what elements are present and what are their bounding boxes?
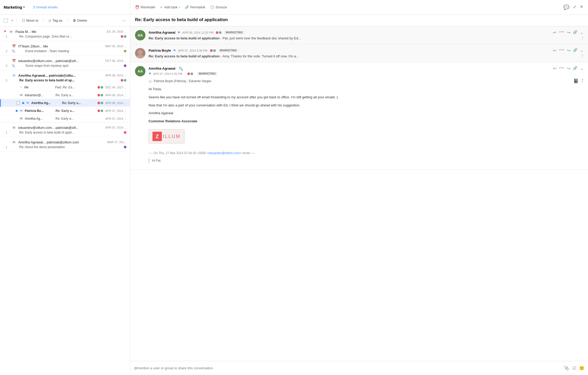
toolbar-separator [17,18,17,23]
reply-all-icon[interactable]: ↩↩ [559,48,564,53]
snooze-label: Snooze [216,5,227,9]
thread-count: 2 [4,50,9,53]
more-options-button[interactable]: ⋯ [122,18,126,23]
tag-dots [121,35,126,38]
more-icon[interactable]: ⌄ [580,30,583,35]
toolbar-separator-2 [43,18,44,23]
tag-dots [97,110,103,112]
subthread-item[interactable]: ✉ Amritha Ag... Re: Early a... APR 08, 2… [0,99,130,107]
tag-dots [124,146,126,148]
avatar-initials: AA [138,69,143,73]
share-icon[interactable]: ⤴ [581,54,583,58]
add-task-button[interactable]: ✓ Add task ▾ [160,5,180,9]
share-icon[interactable]: ⤴ [581,36,583,40]
calendar-icon: 📅 [11,58,16,63]
email-from: Patricia Boyle [149,49,171,52]
more-icon[interactable]: ⌄ [580,48,583,53]
reminder-button[interactable]: ⏰ Reminder [135,5,155,9]
expand-icon[interactable]: ⤢ [573,4,576,10]
permalink-button[interactable]: 🔗 Permalink [185,5,205,9]
sub-sender: Amritha Ag... [31,101,60,105]
book-icon[interactable]: 📓 [573,78,579,83]
link-icon[interactable]: 🔗 [573,30,577,35]
checklist-icon[interactable]: ☑ [572,366,576,371]
thread-item[interactable]: 📅 eduardov@zillum.com... patriciab@zill.… [0,56,130,70]
tag-icon: ◇ [48,19,51,22]
reply-icon[interactable]: ↩ [553,66,556,71]
thread-count: 1 [4,35,9,38]
reply-icon[interactable]: ↩ [553,30,556,35]
thread-sender: eduardov@zillum.com... patriciab@zill... [18,126,103,130]
folder-name[interactable]: Marketing ▾ [4,5,25,9]
tag-dots [97,94,103,96]
subthread-item[interactable]: ✉ Patricia Bo... Re: Early a... APR 07, … [0,107,130,115]
tag-dot [97,110,100,112]
tag-as-button[interactable]: ◇ Tag as [47,18,64,23]
unread-dot [16,110,18,112]
tag-dot [124,131,126,134]
select-checkbox[interactable] [16,101,20,105]
email-card-expanded: AA Amritha Agrawal 🔍 ↩ ↩↩ ↪ 🔗 ⌄ [130,62,588,170]
subthread-item[interactable]: ✉ eduardov@... Re: Early a... APR 08, 20… [0,91,130,99]
thread-subject: Re. Comparison page: Zoho Mail vs... [11,35,118,38]
thread-item[interactable]: ✉ Amritha Agrawal... patriciab@zillu... … [0,70,130,82]
thread-item[interactable]: 📅 ITTeam Zillum... Me MAY 05, 2016 ... 2… [0,41,130,56]
reply-icon[interactable]: ↩ [553,48,556,53]
avatar-initials: AA [138,33,143,37]
reply-all-icon[interactable]: ↩↩ [559,66,564,71]
forward-icon[interactable]: ↪ [567,66,570,71]
email-card[interactable]: Patricia Boyle ⚑ APR 07, 2014 5:38 PM MA… [130,44,588,62]
more-icon[interactable]: ⌄ [580,66,583,71]
subthread-item[interactable]: ✉ Amritha Ag... Re: Early a... APR 07, 2… [0,115,130,123]
email-card[interactable]: AA Amritha Agrawal ⚑ APR 08, 2014 12:52 … [130,26,588,44]
envelope-icon: ✉ [20,117,23,120]
move-to-button[interactable]: ☐ Move to [21,18,40,23]
quoted-email-link[interactable]: eduardov@zillum.com [209,151,240,155]
delete-label: Delete [77,19,87,22]
thread-item[interactable]: ✉ eduardov@zillum.com... patriciab@zill.… [0,123,130,137]
email-recipients-row: ◎ Patricia Boyle (Patricia) , Eduardo Va… [149,78,583,83]
tag-dots [97,86,103,89]
thread-item[interactable]: ✉ Amritha Agrawal... patriciab@zillum.co… [0,137,130,152]
email-datetime: APR 08, 2014 12:52 PM [182,31,213,34]
delete-button[interactable]: 🗑 Delete [71,18,89,23]
move-to-label: Move to [26,19,38,22]
thread-subject: Re: About the demo presentation [11,145,121,149]
thread-subject: Re: Early access to beta build of appli.… [11,131,121,134]
tag-dots [124,131,126,134]
email-preview: Re: Early access to beta build of applic… [149,54,580,58]
subthread-item[interactable]: ✉ Me Fwd: Re: Ea... DEC 04, 2017 ... [0,84,130,91]
reminder-label: Reminder [141,5,155,9]
reply-all-icon[interactable]: ↩↩ [559,30,564,35]
share-icon[interactable]: ⤴ [581,78,583,83]
email-para2: Now that I'm also a part of your convers… [149,103,583,108]
select-all-checkbox[interactable] [4,19,8,23]
forward-icon[interactable]: ↪ [567,30,570,35]
sub-date: APR 08, 2014 ... [105,101,126,105]
thread-date: OCT 06, 2014 ... [105,59,126,62]
search-icon[interactable]: 🔍 [179,66,183,71]
quoted-separator: ---- On Thu, 27 Mar 2014 07:44:30 +0000 … [149,151,583,156]
tag-dot [216,31,218,34]
compose-input[interactable] [134,366,561,370]
folder-tag: MARKETING [197,72,217,75]
snooze-button[interactable]: 🕐 Snooze [210,5,227,9]
envelope-icon: ✉ [11,125,16,130]
attachment-icon: 📎 [11,64,15,68]
thread-date: MAY 05, 2016 ... [105,45,126,48]
link-icon: 🔗 [185,5,189,9]
thread-item[interactable]: ⚑ ✉ Paula M... Me JUL 29, 2016 ... 1 Re.… [0,27,130,41]
attachment-icon: 📎 [11,49,15,53]
link-icon[interactable]: 🔗 [573,66,577,71]
chat-icon[interactable]: 💬 [564,4,569,10]
folder-chevron-icon: ▾ [23,5,25,9]
close-icon[interactable]: ✕ [580,4,583,10]
select-dropdown-icon[interactable]: ▾ [11,19,13,22]
unread-indicator [16,118,18,120]
link-icon[interactable]: 🔗 [573,48,577,53]
attachment-icon[interactable]: 📎 [564,366,569,371]
forward-icon[interactable]: ↪ [567,48,570,53]
emoji-icon[interactable]: 🙂 [579,366,584,371]
thread-date: JUL 29, 2016 ... [106,30,126,33]
compose-bar: 📎 ☑ 🙂 [130,361,588,375]
